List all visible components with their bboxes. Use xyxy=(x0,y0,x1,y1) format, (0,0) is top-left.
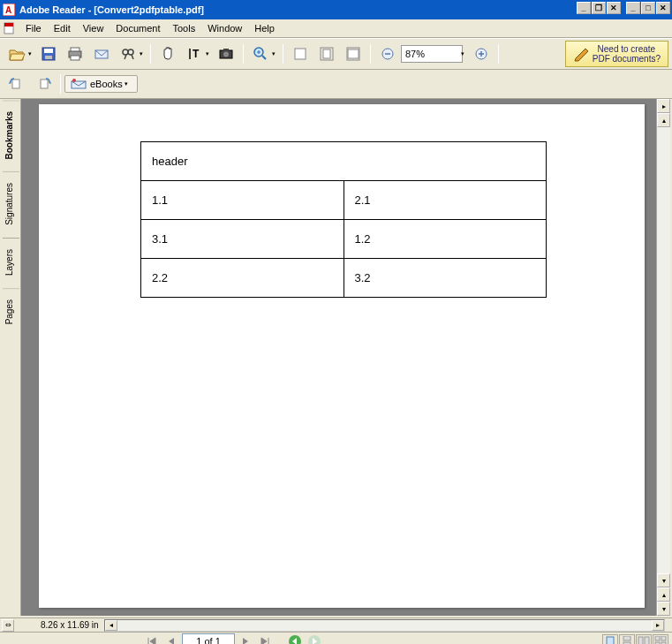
separator xyxy=(283,44,283,64)
scroll-down-button[interactable]: ▾ xyxy=(657,573,670,587)
continuous-facing-view-button[interactable] xyxy=(653,634,668,644)
scroll-page-up-button[interactable]: ▴ xyxy=(657,587,670,602)
menu-help[interactable]: Help xyxy=(248,21,281,35)
svg-rect-24 xyxy=(295,49,306,59)
single-page-view-button[interactable] xyxy=(602,634,618,644)
prev-view-button[interactable] xyxy=(286,633,304,644)
zoom-in2-button[interactable] xyxy=(469,42,494,65)
status-bar xyxy=(0,632,672,644)
minimize-button[interactable]: _ xyxy=(626,2,640,14)
actual-size-button[interactable] xyxy=(288,42,313,65)
rotate-ccw-button[interactable] xyxy=(4,72,29,95)
maximize-button[interactable]: □ xyxy=(641,2,655,14)
hand-tool-button[interactable] xyxy=(155,42,180,65)
hscroll-right-button[interactable]: ▸ xyxy=(652,620,664,631)
svg-rect-34 xyxy=(12,80,19,88)
menu-tools[interactable]: Tools xyxy=(167,21,202,35)
hscroll-track[interactable] xyxy=(117,620,652,631)
last-page-button[interactable] xyxy=(256,633,274,644)
svg-rect-44 xyxy=(645,637,649,644)
zoom-dropdown[interactable]: ▾ xyxy=(272,50,279,57)
svg-line-21 xyxy=(262,56,266,59)
fit-page-button[interactable] xyxy=(314,42,339,65)
hscroll-left-button[interactable]: ◂ xyxy=(105,620,117,631)
open-button[interactable] xyxy=(4,42,29,65)
menu-view[interactable]: View xyxy=(77,21,110,35)
scroll-up-button[interactable]: ▴ xyxy=(657,113,670,127)
pdf-table: header 1.12.1 3.11.2 2.23.2 xyxy=(140,141,547,298)
window-title: Adobe Reader - [Convert2pdfptable.pdf] xyxy=(19,4,204,15)
prev-page-button[interactable] xyxy=(162,633,180,644)
facing-view-button[interactable] xyxy=(636,634,652,644)
mdi-restore-button[interactable]: ❐ xyxy=(592,2,606,14)
scroll-menu-button[interactable]: ▸ xyxy=(657,99,670,113)
svg-rect-3 xyxy=(4,23,13,27)
svg-rect-6 xyxy=(45,56,52,59)
zoom-value-dropdown[interactable]: ▾ xyxy=(461,50,468,57)
document-viewport[interactable]: header 1.12.1 3.11.2 2.23.2 xyxy=(21,99,656,616)
print-button[interactable] xyxy=(63,42,87,65)
next-view-button[interactable] xyxy=(306,633,323,644)
svg-point-37 xyxy=(72,79,76,82)
svg-rect-43 xyxy=(638,637,643,644)
svg-rect-26 xyxy=(323,49,330,58)
secondary-toolbar: eBooks ▾ xyxy=(0,70,672,99)
snapshot-button[interactable] xyxy=(214,42,238,65)
table-row: 3.11.2 xyxy=(141,220,547,259)
svg-rect-35 xyxy=(41,80,48,88)
hscroll-menu-button[interactable]: ⇔ xyxy=(2,619,14,632)
page-dimensions: 8.26 x 11.69 in xyxy=(41,620,99,630)
zoom-input[interactable]: 87% xyxy=(401,45,463,63)
table-row: 2.23.2 xyxy=(141,259,547,298)
fit-width-button[interactable] xyxy=(341,42,366,65)
next-page-button[interactable] xyxy=(237,633,254,644)
menu-window[interactable]: Window xyxy=(201,21,248,35)
app-icon: A xyxy=(2,3,16,17)
promo-line2: PDF documents? xyxy=(593,54,661,64)
svg-rect-28 xyxy=(348,49,359,58)
menu-document[interactable]: Document xyxy=(109,21,166,35)
horizontal-scrollbar[interactable]: ◂ ▸ xyxy=(104,619,665,632)
separator xyxy=(60,74,61,94)
sidebar-tab-pages[interactable]: Pages xyxy=(3,288,19,335)
text-dropdown[interactable]: ▾ xyxy=(206,50,213,57)
sidebar-tab-layers[interactable]: Layers xyxy=(3,238,19,286)
menu-file[interactable]: File xyxy=(19,21,48,35)
pdf-icon xyxy=(2,21,18,35)
save-button[interactable] xyxy=(36,42,61,65)
svg-line-13 xyxy=(125,55,126,59)
continuous-view-button[interactable] xyxy=(619,634,635,644)
rotate-cw-button[interactable] xyxy=(31,72,56,95)
svg-rect-5 xyxy=(44,49,53,53)
page-number-input[interactable] xyxy=(182,633,235,644)
sidebar-tab-signatures[interactable]: Signatures xyxy=(3,171,19,236)
pencil-icon xyxy=(573,46,593,62)
menu-bar: File Edit View Document Tools Window Hel… xyxy=(0,19,672,38)
main-toolbar: ▾ ▾ T ▾ ▾ 87% ▾ Need to create PDF docum… xyxy=(0,38,672,70)
scroll-page-down-button[interactable]: ▾ xyxy=(657,602,670,616)
text-select-button[interactable]: T xyxy=(182,42,207,65)
ebooks-label: eBooks xyxy=(90,79,123,89)
email-button[interactable] xyxy=(89,42,114,65)
vertical-scrollbar[interactable]: ▸ ▴ ▾ ▴ ▾ xyxy=(656,99,670,616)
menu-edit[interactable]: Edit xyxy=(48,21,77,35)
zoom-in-button[interactable] xyxy=(248,42,273,65)
search-dropdown[interactable]: ▾ xyxy=(140,50,147,57)
scroll-track[interactable] xyxy=(657,127,670,573)
close-button[interactable]: ✕ xyxy=(656,2,670,14)
separator xyxy=(150,44,151,64)
open-dropdown[interactable]: ▾ xyxy=(28,50,35,57)
mdi-close-button[interactable]: ✕ xyxy=(607,2,621,14)
create-pdf-promo[interactable]: Need to create PDF documents? xyxy=(565,41,668,67)
mdi-minimize-button[interactable]: _ xyxy=(577,2,591,14)
separator xyxy=(498,44,499,64)
zoom-out-button[interactable] xyxy=(375,42,400,65)
svg-rect-45 xyxy=(655,636,660,640)
sidebar: Bookmarks Signatures Layers Pages xyxy=(2,99,21,616)
pdf-page: header 1.12.1 3.11.2 2.23.2 xyxy=(39,104,645,608)
search-button[interactable] xyxy=(116,42,140,65)
first-page-button[interactable] xyxy=(143,633,161,644)
separator xyxy=(370,44,371,64)
sidebar-tab-bookmarks[interactable]: Bookmarks xyxy=(3,100,19,170)
ebooks-button[interactable]: eBooks ▾ xyxy=(64,75,138,93)
